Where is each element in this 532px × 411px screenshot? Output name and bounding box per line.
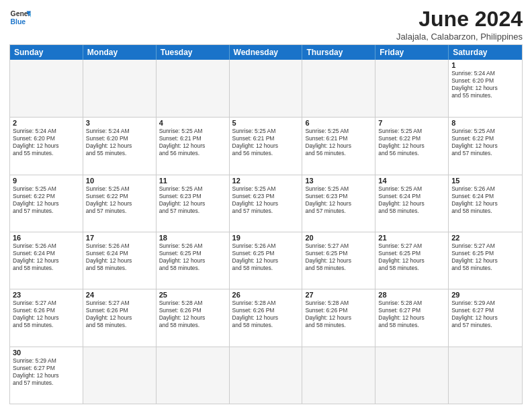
day-cell — [230, 347, 303, 404]
day-cell: 20Sunrise: 5:27 AM Sunset: 6:25 PM Dayli… — [302, 232, 375, 289]
day-info: Sunrise: 5:26 AM Sunset: 6:24 PM Dayligh… — [451, 185, 519, 215]
day-number: 22 — [451, 234, 519, 242]
subtitle: Jalajala, Calabarzon, Philippines — [396, 32, 523, 42]
day-number: 16 — [13, 234, 80, 242]
calendar-body: 1Sunrise: 5:24 AM Sunset: 6:20 PM Daylig… — [10, 60, 522, 404]
day-info: Sunrise: 5:27 AM Sunset: 6:25 PM Dayligh… — [451, 242, 519, 272]
day-cell: 14Sunrise: 5:25 AM Sunset: 6:24 PM Dayli… — [375, 175, 449, 232]
day-number: 26 — [232, 291, 300, 299]
day-cell — [83, 347, 157, 404]
day-cell: 16Sunrise: 5:26 AM Sunset: 6:24 PM Dayli… — [10, 232, 83, 289]
day-cell: 21Sunrise: 5:27 AM Sunset: 6:25 PM Dayli… — [375, 232, 449, 289]
day-cell: 13Sunrise: 5:25 AM Sunset: 6:23 PM Dayli… — [302, 175, 375, 232]
day-number: 27 — [305, 291, 372, 299]
day-number: 17 — [86, 234, 153, 242]
day-cell: 10Sunrise: 5:25 AM Sunset: 6:22 PM Dayli… — [83, 175, 157, 232]
day-cell — [449, 347, 522, 404]
day-number: 24 — [86, 291, 153, 299]
day-info: Sunrise: 5:25 AM Sunset: 6:21 PM Dayligh… — [232, 128, 300, 157]
day-number: 23 — [13, 291, 80, 299]
day-number: 12 — [232, 177, 300, 185]
day-info: Sunrise: 5:27 AM Sunset: 6:25 PM Dayligh… — [378, 242, 445, 272]
day-cell: 18Sunrise: 5:26 AM Sunset: 6:25 PM Dayli… — [157, 232, 230, 289]
day-number: 21 — [378, 234, 445, 242]
day-info: Sunrise: 5:26 AM Sunset: 6:25 PM Dayligh… — [232, 242, 300, 272]
day-info: Sunrise: 5:25 AM Sunset: 6:22 PM Dayligh… — [86, 185, 153, 215]
day-number: 20 — [305, 234, 372, 242]
day-header-saturday: Saturday — [449, 45, 522, 60]
day-number: 7 — [378, 119, 445, 127]
logo-icon: General Blue — [9, 7, 31, 28]
day-cell — [375, 60, 449, 117]
day-cell: 12Sunrise: 5:25 AM Sunset: 6:23 PM Dayli… — [230, 175, 303, 232]
logo: General Blue — [9, 7, 31, 28]
day-cell — [157, 347, 230, 404]
day-cell: 29Sunrise: 5:29 AM Sunset: 6:27 PM Dayli… — [449, 289, 522, 346]
day-number: 4 — [159, 119, 226, 127]
day-info: Sunrise: 5:25 AM Sunset: 6:23 PM Dayligh… — [305, 185, 372, 215]
calendar: SundayMondayTuesdayWednesdayThursdayFrid… — [9, 44, 523, 404]
day-cell: 11Sunrise: 5:25 AM Sunset: 6:23 PM Dayli… — [157, 175, 230, 232]
day-number: 18 — [159, 234, 226, 242]
day-cell: 7Sunrise: 5:25 AM Sunset: 6:22 PM Daylig… — [375, 118, 449, 174]
day-number: 30 — [13, 349, 80, 357]
header: General Blue June 2024 Jalajala, Calabar… — [9, 7, 523, 42]
day-info: Sunrise: 5:27 AM Sunset: 6:26 PM Dayligh… — [13, 300, 80, 329]
day-cell: 28Sunrise: 5:28 AM Sunset: 6:27 PM Dayli… — [375, 289, 449, 346]
main-title: June 2024 — [396, 7, 523, 32]
day-number: 11 — [159, 177, 226, 185]
day-header-thursday: Thursday — [302, 45, 375, 60]
day-cell — [230, 60, 303, 117]
day-info: Sunrise: 5:24 AM Sunset: 6:20 PM Dayligh… — [451, 70, 519, 99]
day-info: Sunrise: 5:29 AM Sunset: 6:27 PM Dayligh… — [13, 357, 80, 387]
day-number: 2 — [13, 119, 80, 127]
week-row: 30Sunrise: 5:29 AM Sunset: 6:27 PM Dayli… — [10, 347, 522, 404]
day-cell: 6Sunrise: 5:25 AM Sunset: 6:21 PM Daylig… — [302, 118, 375, 174]
day-headers: SundayMondayTuesdayWednesdayThursdayFrid… — [10, 45, 522, 60]
day-header-tuesday: Tuesday — [157, 45, 230, 60]
day-number: 14 — [378, 177, 445, 185]
day-cell: 8Sunrise: 5:25 AM Sunset: 6:22 PM Daylig… — [449, 118, 522, 174]
day-cell: 19Sunrise: 5:26 AM Sunset: 6:25 PM Dayli… — [230, 232, 303, 289]
day-cell — [83, 60, 157, 117]
day-cell: 30Sunrise: 5:29 AM Sunset: 6:27 PM Dayli… — [10, 347, 83, 404]
week-row: 23Sunrise: 5:27 AM Sunset: 6:26 PM Dayli… — [10, 289, 522, 346]
day-info: Sunrise: 5:28 AM Sunset: 6:26 PM Dayligh… — [232, 300, 300, 329]
week-row: 16Sunrise: 5:26 AM Sunset: 6:24 PM Dayli… — [10, 232, 522, 289]
day-number: 1 — [451, 61, 519, 69]
day-cell: 5Sunrise: 5:25 AM Sunset: 6:21 PM Daylig… — [230, 118, 303, 174]
week-row: 1Sunrise: 5:24 AM Sunset: 6:20 PM Daylig… — [10, 60, 522, 117]
day-header-sunday: Sunday — [10, 45, 83, 60]
day-cell — [10, 60, 83, 117]
day-cell — [157, 60, 230, 117]
day-info: Sunrise: 5:26 AM Sunset: 6:25 PM Dayligh… — [159, 242, 226, 272]
day-info: Sunrise: 5:24 AM Sunset: 6:20 PM Dayligh… — [86, 128, 153, 157]
day-number: 25 — [159, 291, 226, 299]
day-number: 13 — [305, 177, 372, 185]
day-cell: 24Sunrise: 5:27 AM Sunset: 6:26 PM Dayli… — [83, 289, 157, 346]
day-info: Sunrise: 5:25 AM Sunset: 6:22 PM Dayligh… — [378, 128, 445, 157]
day-number: 19 — [232, 234, 300, 242]
day-cell: 9Sunrise: 5:25 AM Sunset: 6:22 PM Daylig… — [10, 175, 83, 232]
day-info: Sunrise: 5:25 AM Sunset: 6:21 PM Dayligh… — [305, 128, 372, 157]
day-header-friday: Friday — [375, 45, 449, 60]
day-cell: 1Sunrise: 5:24 AM Sunset: 6:20 PM Daylig… — [449, 60, 522, 117]
day-info: Sunrise: 5:25 AM Sunset: 6:24 PM Dayligh… — [378, 185, 445, 215]
day-info: Sunrise: 5:25 AM Sunset: 6:22 PM Dayligh… — [451, 128, 519, 157]
day-info: Sunrise: 5:28 AM Sunset: 6:27 PM Dayligh… — [378, 300, 445, 329]
day-info: Sunrise: 5:27 AM Sunset: 6:25 PM Dayligh… — [305, 242, 372, 272]
day-number: 29 — [451, 291, 519, 299]
day-info: Sunrise: 5:25 AM Sunset: 6:22 PM Dayligh… — [13, 185, 80, 215]
day-header-wednesday: Wednesday — [230, 45, 303, 60]
day-cell: 2Sunrise: 5:24 AM Sunset: 6:20 PM Daylig… — [10, 118, 83, 174]
page: General Blue June 2024 Jalajala, Calabar… — [0, 0, 532, 411]
day-cell: 4Sunrise: 5:25 AM Sunset: 6:21 PM Daylig… — [157, 118, 230, 174]
day-number: 28 — [378, 291, 445, 299]
day-cell: 26Sunrise: 5:28 AM Sunset: 6:26 PM Dayli… — [230, 289, 303, 346]
day-number: 8 — [451, 119, 519, 127]
day-cell — [302, 60, 375, 117]
day-cell: 27Sunrise: 5:28 AM Sunset: 6:26 PM Dayli… — [302, 289, 375, 346]
day-info: Sunrise: 5:29 AM Sunset: 6:27 PM Dayligh… — [451, 300, 519, 329]
week-row: 9Sunrise: 5:25 AM Sunset: 6:22 PM Daylig… — [10, 175, 522, 232]
day-info: Sunrise: 5:26 AM Sunset: 6:24 PM Dayligh… — [86, 242, 153, 272]
